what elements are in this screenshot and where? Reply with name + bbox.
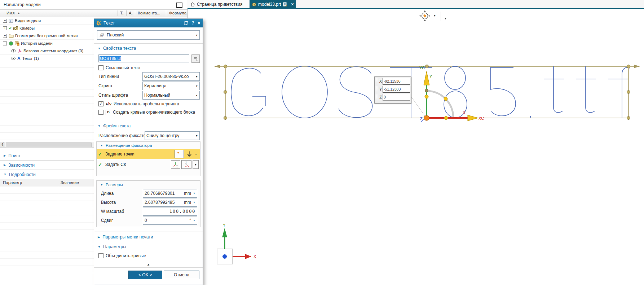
coord-z-field[interactable]: 0 bbox=[383, 94, 410, 101]
sort-ascending-icon[interactable]: ▲ bbox=[17, 12, 20, 15]
text-type-select[interactable]: A Плоский ▼ bbox=[97, 30, 200, 40]
frame-arrow-right[interactable] bbox=[634, 65, 640, 68]
shear-input[interactable]: 0 ° ▼ bbox=[143, 216, 197, 225]
section-settings[interactable]: ▼ Параметры bbox=[94, 242, 203, 251]
chevron-down-icon: ▼ bbox=[194, 135, 198, 137]
scrollbar-thumb[interactable] bbox=[6, 142, 92, 147]
dialog-collapse-icon[interactable]: ▲ bbox=[94, 262, 203, 268]
checkbox-unchecked-icon[interactable] bbox=[98, 65, 103, 70]
script-select[interactable]: Кириллица ▼ bbox=[142, 82, 200, 90]
drag-handle[interactable] bbox=[375, 86, 378, 92]
rotate-drag-ball[interactable] bbox=[444, 97, 447, 101]
chevron-down-icon[interactable]: ▼ bbox=[192, 219, 195, 222]
column-a[interactable]: А. bbox=[129, 11, 133, 15]
point-snap-icon[interactable] bbox=[419, 10, 431, 23]
reset-icon[interactable] bbox=[183, 21, 188, 26]
wscale-row: W масштаб 100.0000 bbox=[97, 207, 200, 216]
csys-dropdown-button[interactable]: ▼ bbox=[193, 160, 199, 169]
section-anchor-placement[interactable]: ▼ Размещение фиксатора bbox=[97, 142, 200, 149]
tab-model33[interactable]: model33.prt × bbox=[250, 0, 296, 8]
eye-icon[interactable] bbox=[11, 57, 16, 60]
x-drag-ball[interactable] bbox=[444, 116, 448, 120]
text-editor-button[interactable] bbox=[191, 54, 200, 63]
wcs-manipulator[interactable]: YC Y X XC Z bbox=[419, 66, 484, 122]
coord-y-label: Y bbox=[378, 87, 382, 91]
zx-axes-icon[interactable]: Zx bbox=[181, 160, 191, 169]
label-y: Y bbox=[429, 74, 432, 79]
expand-icon[interactable]: + bbox=[3, 26, 7, 30]
csys-dialog-button[interactable]: ... bbox=[171, 160, 180, 169]
dropdown-caret-icon[interactable]: ▼ bbox=[444, 17, 447, 20]
y-drag-ball[interactable] bbox=[425, 95, 428, 98]
height-input[interactable]: 2.60787992495 mm ▼ bbox=[143, 198, 197, 207]
inferred-point-icon[interactable] bbox=[184, 151, 193, 157]
section-text-properties[interactable]: ▼ Свойства текста bbox=[94, 44, 203, 53]
x-axis-arrowhead[interactable] bbox=[468, 115, 478, 121]
cancel-button[interactable]: Отмена bbox=[164, 271, 199, 279]
point-dialog-button[interactable]: ... bbox=[175, 150, 184, 158]
tree-item-label[interactable]: Виды модели bbox=[15, 18, 41, 23]
font-style-select[interactable]: Нормальный ▼ bbox=[142, 91, 200, 100]
frame-arrow-left[interactable] bbox=[214, 65, 220, 68]
column-comment[interactable]: Коммента... bbox=[138, 11, 160, 15]
chevron-down-icon[interactable]: ▼ bbox=[192, 192, 195, 194]
leader-line bbox=[410, 95, 426, 117]
tree-item-label[interactable]: История модели bbox=[21, 41, 53, 45]
coordinate-input-box[interactable]: X -92.11536 Y -51.12383 Z 0 bbox=[374, 76, 411, 104]
checkbox-unchecked-icon[interactable] bbox=[98, 253, 103, 258]
ok-button[interactable]: < OK > bbox=[128, 271, 162, 279]
specify-point-row[interactable]: ✓ Задание точки ... ▼ bbox=[97, 149, 200, 159]
chevron-right-icon: ▶ bbox=[4, 154, 6, 157]
section-text-frame[interactable]: ▼ Фрейм текста bbox=[94, 121, 203, 131]
text-string-input[interactable]: GOST85.ttf bbox=[98, 54, 189, 62]
sketch-canvas[interactable]: YC Y X XC Z Y X bbox=[188, 9, 644, 285]
checkbox-unchecked-icon[interactable] bbox=[98, 110, 103, 115]
line-type-select[interactable]: GOST-26.008-85-vk.co ▼ bbox=[142, 72, 200, 81]
details-value-column[interactable]: Значение bbox=[61, 180, 79, 185]
check-icon: ✓ bbox=[9, 26, 12, 31]
tree-item-label[interactable]: Геометрия без временной метки bbox=[15, 34, 78, 38]
chevron-down-icon[interactable]: ▼ bbox=[193, 153, 199, 155]
wscale-input[interactable]: 100.0000 bbox=[143, 207, 197, 216]
length-input[interactable]: 20.7069679301 mm ▼ bbox=[143, 189, 197, 198]
specify-csys-row[interactable]: ✓ Задать СК ... Zx ▼ bbox=[97, 159, 200, 170]
section-size[interactable]: ▼ Размеры bbox=[97, 181, 200, 189]
dialog-titlebar[interactable]: Текст ? × bbox=[94, 19, 203, 27]
tree-item-label[interactable]: Текст (1) bbox=[22, 56, 39, 61]
expand-icon[interactable]: + bbox=[3, 34, 7, 38]
column-t[interactable]: Т.. bbox=[120, 11, 124, 15]
drag-handle[interactable] bbox=[375, 94, 378, 100]
anchor-location-select[interactable]: Снизу по центру ▼ bbox=[145, 131, 200, 140]
tree-item-label[interactable]: Камеры bbox=[19, 26, 35, 30]
collapse-icon[interactable]: − bbox=[3, 41, 7, 45]
tab-close-icon[interactable]: × bbox=[291, 2, 294, 7]
scroll-left-icon[interactable]: ❮ bbox=[0, 142, 5, 147]
y-axis-arrowhead[interactable] bbox=[424, 71, 429, 85]
eye-icon[interactable] bbox=[11, 49, 16, 53]
text-feature-icon: A bbox=[17, 56, 21, 61]
help-icon[interactable]: ? bbox=[191, 21, 194, 26]
navigator-float-button[interactable] bbox=[176, 3, 182, 8]
expand-icon[interactable]: + bbox=[3, 19, 7, 23]
bounding-curves-checkbox-row[interactable]: B Создать кривые ограничивающего блока bbox=[94, 108, 203, 117]
tab-welcome-page[interactable]: Страница приветствия bbox=[188, 0, 251, 8]
origin-ball[interactable] bbox=[424, 115, 429, 120]
section-print-mark[interactable]: ▶ Параметры метки печати bbox=[94, 232, 203, 242]
details-param-column[interactable]: Параметр bbox=[3, 180, 22, 185]
dropdown-caret-icon[interactable]: ▼ bbox=[433, 14, 436, 17]
tree-item-label[interactable]: Базовая система координат (0) bbox=[23, 49, 83, 53]
column-formula[interactable]: Формула bbox=[169, 11, 186, 15]
chevron-down-icon[interactable]: ▼ bbox=[192, 201, 195, 203]
join-curves-checkbox-row[interactable]: Объединить кривые bbox=[94, 251, 203, 260]
column-name[interactable]: Имя bbox=[6, 11, 14, 15]
close-icon[interactable]: × bbox=[198, 20, 200, 26]
coord-x-field[interactable]: -92.11536 bbox=[383, 78, 410, 85]
coord-y-field[interactable]: -51.12383 bbox=[383, 86, 410, 93]
rotate-handle-arc[interactable] bbox=[428, 91, 453, 118]
checkbox-checked-icon[interactable]: ✓ bbox=[98, 101, 103, 106]
kerning-checkbox-row[interactable]: ✓ AV Использовать пробелы кернинга bbox=[94, 100, 203, 108]
modified-document-icon[interactable] bbox=[283, 2, 287, 6]
axis-ball-olive[interactable] bbox=[425, 89, 428, 92]
reference-text-checkbox-row[interactable]: Ссылочный текст bbox=[94, 64, 203, 72]
drag-handle[interactable] bbox=[375, 78, 378, 84]
